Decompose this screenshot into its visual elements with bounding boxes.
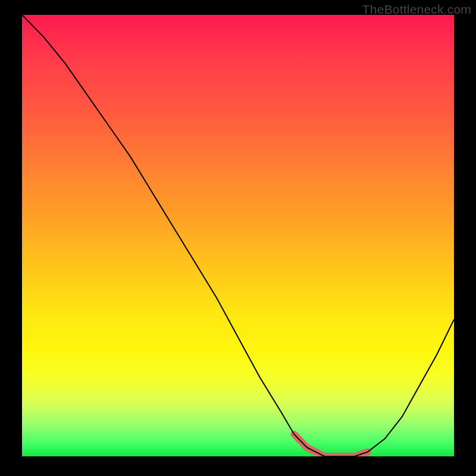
bottleneck-curve (22, 15, 454, 456)
curve-overlay (22, 15, 454, 456)
chart-frame: TheBottleneck.com (0, 0, 476, 476)
watermark-text: TheBottleneck.com (362, 2, 471, 17)
